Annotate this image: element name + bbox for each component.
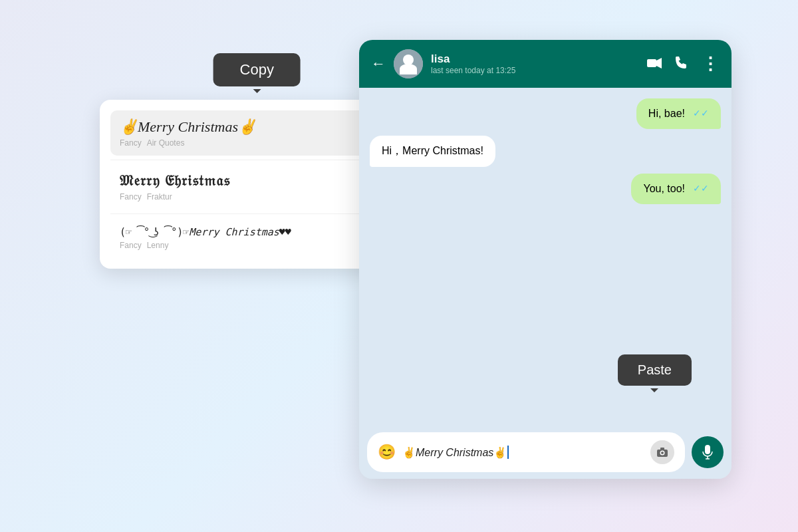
text-cursor bbox=[507, 446, 509, 459]
emoji-button[interactable]: 😊 bbox=[378, 444, 396, 461]
fancy-item-lenny[interactable]: (☞ ͡° ͜ʖ ͡°)☞Merry Christmas♥♥ Fancy Len… bbox=[110, 218, 368, 258]
fancy-panel: ✌️Merry Christmas✌️ Fancy Air Quotes 𝔐𝔢𝔯… bbox=[100, 100, 379, 269]
whatsapp-panel: ← lisa last seen today at 13:25 bbox=[359, 40, 732, 479]
svg-rect-6 bbox=[705, 445, 710, 454]
header-icons: ⋮ bbox=[647, 54, 720, 74]
message-text-1: Hi, bae! bbox=[648, 106, 685, 121]
fancy-tags-fraktur: Fancy Fraktur bbox=[120, 192, 359, 201]
camera-button[interactable] bbox=[650, 440, 674, 464]
message-sent-2: You, too! ✓✓ bbox=[631, 174, 721, 204]
fancy-item-fraktur[interactable]: 𝔐𝔢𝔯𝔯𝔶 𝔈𝔥𝔯𝔦𝔰𝔱𝔪𝔞𝔰 Fancy Fraktur bbox=[110, 164, 368, 209]
svg-point-4 bbox=[661, 452, 664, 454]
contact-info: lisa last seen today at 13:25 bbox=[431, 53, 639, 75]
avatar-circle bbox=[394, 49, 423, 78]
message-input-box[interactable]: 😊 ✌️Merry Christmas✌️ bbox=[367, 432, 685, 472]
mic-button[interactable] bbox=[692, 436, 724, 468]
fancy-text-air: ✌️Merry Christmas✌️ bbox=[120, 118, 359, 136]
whatsapp-header: ← lisa last seen today at 13:25 bbox=[359, 40, 732, 88]
voice-call-icon[interactable] bbox=[675, 56, 688, 72]
svg-rect-5 bbox=[660, 448, 664, 450]
svg-marker-1 bbox=[656, 58, 662, 68]
copy-tooltip-label: Copy bbox=[240, 61, 274, 78]
message-ticks-1: ✓✓ bbox=[693, 107, 709, 120]
message-received-1: Hi，Merry Christmas! bbox=[370, 136, 495, 166]
copy-tooltip: Copy bbox=[213, 53, 301, 86]
contact-status: last seen today at 13:25 bbox=[431, 66, 639, 75]
divider-2 bbox=[110, 213, 368, 214]
fancy-panel-wrapper: Copy ✌️Merry Christmas✌️ Fancy Air Quote… bbox=[100, 66, 379, 269]
video-call-icon[interactable] bbox=[647, 57, 662, 72]
chat-body: Hi, bae! ✓✓ Hi，Merry Christmas! You, too… bbox=[359, 88, 732, 426]
paste-tooltip-label: Paste bbox=[638, 362, 672, 377]
input-area: 😊 ✌️Merry Christmas✌️ bbox=[359, 426, 732, 479]
main-container: Copy ✌️Merry Christmas✌️ Fancy Air Quote… bbox=[100, 40, 698, 492]
more-options-icon[interactable]: ⋮ bbox=[702, 54, 720, 74]
message-input-text[interactable]: ✌️Merry Christmas✌️ bbox=[402, 446, 644, 459]
message-ticks-3: ✓✓ bbox=[693, 182, 709, 196]
message-sent-1: Hi, bae! ✓✓ bbox=[636, 98, 721, 129]
fancy-text-lenny: (☞ ͡° ͜ʖ ͡°)☞Merry Christmas♥♥ bbox=[120, 226, 359, 238]
message-text-2: Hi，Merry Christmas! bbox=[382, 145, 483, 156]
fancy-text-fraktur: 𝔐𝔢𝔯𝔯𝔶 𝔈𝔥𝔯𝔦𝔰𝔱𝔪𝔞𝔰 bbox=[120, 172, 359, 190]
svg-rect-0 bbox=[647, 59, 656, 67]
message-text-3: You, too! bbox=[643, 182, 685, 196]
fancy-tags-air: Fancy Air Quotes bbox=[120, 138, 359, 148]
fancy-item-air-quotes[interactable]: ✌️Merry Christmas✌️ Fancy Air Quotes bbox=[110, 110, 368, 156]
fancy-tags-lenny: Fancy Lenny bbox=[120, 241, 359, 250]
paste-tooltip: Paste bbox=[618, 354, 692, 386]
back-button[interactable]: ← bbox=[371, 55, 386, 72]
contact-name: lisa bbox=[431, 53, 639, 66]
contact-avatar bbox=[394, 49, 423, 78]
input-content: ✌️Merry Christmas✌️ bbox=[402, 446, 507, 459]
divider-1 bbox=[110, 160, 368, 160]
whatsapp-wrapper: ← lisa last seen today at 13:25 bbox=[359, 40, 732, 479]
